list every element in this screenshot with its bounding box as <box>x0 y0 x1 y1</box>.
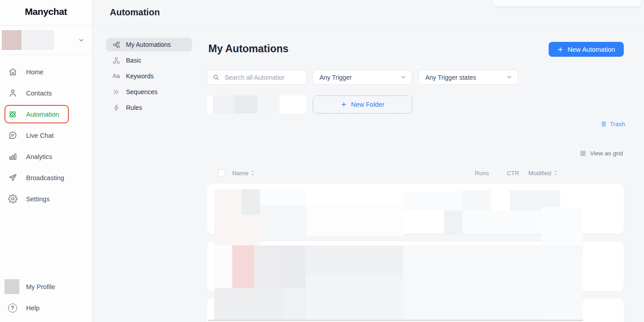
subnav-item-label: Keywords <box>126 73 153 80</box>
sort-icon <box>553 170 558 176</box>
sidebar-item-label: Home <box>26 68 44 76</box>
page-title: Automation <box>110 7 160 18</box>
column-header-name[interactable]: Name <box>232 170 255 177</box>
column-header-runs[interactable]: Runs <box>475 170 489 177</box>
sidebar-item-label: Settings <box>26 195 50 203</box>
workspace-name-redacted <box>23 30 54 50</box>
sort-icon <box>250 170 255 176</box>
search-field <box>207 70 306 85</box>
automation-row[interactable] <box>207 299 624 322</box>
trash-icon <box>600 121 607 127</box>
rules-icon <box>112 104 121 112</box>
column-header-modified[interactable]: Modified <box>528 170 558 177</box>
select-all-checkbox[interactable] <box>218 169 225 177</box>
plus-icon <box>341 101 347 108</box>
floating-panel <box>493 0 641 6</box>
contacts-icon <box>7 88 18 98</box>
new-automation-button[interactable]: New Automation <box>549 42 624 57</box>
column-label: Modified <box>528 170 551 177</box>
chevron-down-icon <box>401 74 406 80</box>
content-title: My Automations <box>208 43 288 55</box>
column-label: Name <box>232 170 248 177</box>
sidebar-item-help[interactable]: ? Help <box>0 297 92 318</box>
subnav-item-label: My Automations <box>126 41 171 48</box>
sidebar-item-label: My Profile <box>26 283 55 290</box>
sidebar-item-home[interactable]: Home <box>0 61 92 82</box>
sidebar-item-label: Help <box>26 304 40 312</box>
new-folder-label: New Folder <box>351 101 384 108</box>
divider <box>0 54 92 55</box>
view-as-grid-button[interactable]: View as grid <box>580 150 623 157</box>
subnav-item-label: Rules <box>126 104 142 111</box>
trash-link[interactable]: Trash <box>600 121 625 127</box>
manychat-app: Manychat Home Contacts Automation <box>0 0 644 322</box>
sidebar-item-label: Contacts <box>26 90 52 97</box>
trigger-states-filter-dropdown[interactable]: Any Trigger states <box>419 70 518 85</box>
home-icon <box>7 67 18 77</box>
grid-icon <box>580 150 586 157</box>
subnav-item-rules[interactable]: Rules <box>106 101 192 114</box>
subnav-item-basic[interactable]: Basic <box>106 54 192 67</box>
trigger-filter-dropdown[interactable]: Any Trigger <box>313 70 412 85</box>
trash-label: Trash <box>610 121 625 127</box>
sidebar-item-label: Automation <box>26 111 59 118</box>
subnav-item-label: Basic <box>126 57 141 64</box>
search-input[interactable] <box>224 73 297 82</box>
keywords-icon: Aa <box>112 73 121 79</box>
my-automations-icon <box>112 41 121 49</box>
trigger-states-filter-value: Any Trigger states <box>425 74 476 81</box>
redacted-block <box>213 95 234 113</box>
sidebar: Manychat Home Contacts Automation <box>0 0 92 322</box>
column-label: Runs <box>475 170 489 177</box>
subnav-item-keywords[interactable]: Aa Keywords <box>106 69 192 83</box>
column-header-ctr[interactable]: CTR <box>507 170 519 177</box>
live-chat-icon <box>7 131 18 140</box>
broadcasting-icon <box>7 173 18 182</box>
redacted-block <box>234 95 257 113</box>
subnav-item-sequences[interactable]: Sequences <box>106 85 192 99</box>
search-icon <box>212 74 220 81</box>
sidebar-item-label: Broadcasting <box>26 174 64 181</box>
help-icon: ? <box>7 304 18 313</box>
sidebar-item-live-chat[interactable]: Live Chat <box>0 125 92 146</box>
automation-icon <box>7 109 18 119</box>
analytics-icon <box>7 152 18 161</box>
subnav-item-my-automations[interactable]: My Automations <box>106 38 192 51</box>
manychat-logo: Manychat <box>0 6 92 17</box>
new-folder-button[interactable]: New Folder <box>313 95 412 113</box>
chevron-down-icon[interactable] <box>78 37 84 45</box>
sidebar-item-contacts[interactable]: Contacts <box>0 82 92 104</box>
chevron-down-icon <box>506 74 512 80</box>
plus-icon <box>557 46 563 53</box>
trigger-filter-value: Any Trigger <box>320 74 352 81</box>
redacted-block <box>257 95 279 113</box>
sidebar-item-broadcasting[interactable]: Broadcasting <box>0 167 92 188</box>
sidebar-item-analytics[interactable]: Analytics <box>0 146 92 167</box>
new-automation-label: New Automation <box>567 46 615 53</box>
folder-chip-redacted[interactable] <box>207 95 306 113</box>
automation-row[interactable] <box>207 241 624 291</box>
divider <box>92 26 644 26</box>
automation-row[interactable] <box>207 184 624 234</box>
workspace-avatar[interactable] <box>2 30 22 50</box>
gear-icon <box>7 194 18 204</box>
sidebar-item-label: Live Chat <box>26 132 54 139</box>
basic-icon <box>112 57 121 64</box>
divider <box>0 25 92 26</box>
subnav-item-label: Sequences <box>126 88 158 95</box>
sidebar-item-label: Analytics <box>26 153 52 160</box>
sidebar-item-settings[interactable]: Settings <box>0 188 92 209</box>
column-label: CTR <box>507 170 519 177</box>
sidebar-item-my-profile[interactable]: My Profile <box>0 276 92 297</box>
sequences-icon <box>112 88 121 96</box>
view-as-grid-label: View as grid <box>590 150 623 157</box>
sidebar-item-automation[interactable]: Automation <box>0 104 92 125</box>
